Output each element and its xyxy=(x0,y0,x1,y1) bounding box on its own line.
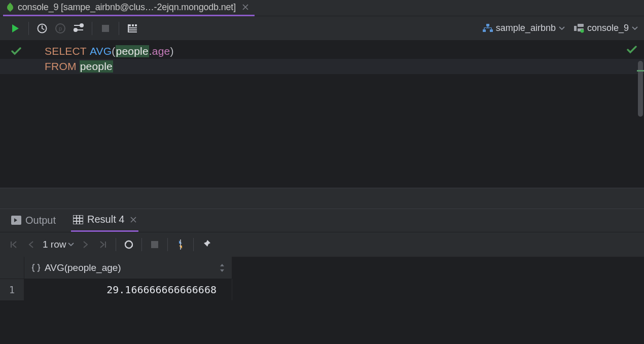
svg-rect-9 xyxy=(131,24,132,26)
separator xyxy=(116,238,116,251)
result-tab[interactable]: Result 4 xyxy=(71,209,138,232)
svg-rect-20 xyxy=(151,241,158,248)
keyword: FROM xyxy=(45,60,77,73)
panel-divider[interactable] xyxy=(0,188,644,209)
result-tab-label: Result 4 xyxy=(87,214,124,225)
console-context-label: console_9 xyxy=(587,23,629,33)
database-context-dropdown[interactable]: sample_airbnb xyxy=(483,23,565,33)
code-line: FROM people xyxy=(0,59,644,74)
separator xyxy=(119,22,119,35)
history-button[interactable] xyxy=(33,19,51,38)
result-grid: AVG(people_age) 1 29.166666666666668 xyxy=(0,257,644,344)
row-number: 1 xyxy=(0,279,24,300)
punct: ( xyxy=(112,45,115,57)
svg-rect-19 xyxy=(73,215,83,224)
separator xyxy=(141,238,142,251)
explain-plan-button[interactable] xyxy=(123,19,141,38)
inspections-ok-icon[interactable] xyxy=(627,46,637,54)
chevron-down-icon xyxy=(68,243,74,247)
svg-rect-11 xyxy=(486,24,489,26)
settings-button[interactable] xyxy=(69,19,88,38)
table-icon xyxy=(73,215,83,224)
svg-rect-3 xyxy=(102,25,109,32)
table-ref: people xyxy=(116,45,149,57)
chevron-down-icon xyxy=(632,26,638,30)
stop-button[interactable] xyxy=(96,19,115,38)
row-number-header[interactable] xyxy=(0,257,24,279)
table-row[interactable]: 1 29.166666666666668 xyxy=(0,279,644,300)
reload-button[interactable] xyxy=(120,236,137,253)
row-count-label: 1 row xyxy=(43,239,66,250)
svg-rect-8 xyxy=(128,24,129,32)
grid-header-row: AVG(people_age) xyxy=(0,257,644,279)
keyword: SELECT xyxy=(45,45,87,57)
editor-toolbar: p sample_airbnb xyxy=(0,16,644,41)
statement-marker-icon[interactable] xyxy=(11,47,21,55)
separator xyxy=(28,22,29,35)
separator xyxy=(193,238,194,251)
svg-rect-13 xyxy=(490,29,493,32)
code-line: SELECT AVG ( people . age ) xyxy=(0,44,644,59)
column-header[interactable]: AVG(people_age) xyxy=(24,257,232,279)
compare-button[interactable] xyxy=(172,236,189,253)
braces-icon xyxy=(31,264,41,272)
cell-value[interactable]: 29.166666666666668 xyxy=(24,279,232,300)
pin-button[interactable] xyxy=(198,236,215,253)
prev-page-button[interactable] xyxy=(22,236,40,253)
svg-rect-10 xyxy=(134,24,135,26)
playground-button[interactable]: p xyxy=(51,19,69,38)
cancel-query-button[interactable] xyxy=(146,236,163,253)
row-count-dropdown[interactable]: 1 row xyxy=(43,239,74,250)
first-page-button[interactable] xyxy=(5,236,22,253)
file-tab[interactable]: console_9 [sampe_airbnb@clus…-2ejqn.mong… xyxy=(3,0,255,16)
separator xyxy=(167,238,168,251)
close-result-tab-button[interactable] xyxy=(130,217,136,223)
column-header-label: AVG(people_age) xyxy=(45,262,121,273)
mongodb-leaf-icon xyxy=(6,3,14,11)
close-tab-button[interactable] xyxy=(242,4,248,10)
output-tab-label: Output xyxy=(25,215,56,226)
datasource-icon xyxy=(574,24,584,33)
next-page-button[interactable] xyxy=(77,236,94,253)
svg-rect-12 xyxy=(483,29,486,32)
last-page-button[interactable] xyxy=(94,236,112,253)
scrollbar-marker xyxy=(637,70,644,72)
svg-rect-6 xyxy=(128,29,137,30)
schema-icon xyxy=(483,24,493,33)
svg-rect-14 xyxy=(574,26,577,31)
svg-rect-4 xyxy=(128,24,137,26)
sort-icon[interactable] xyxy=(220,264,225,272)
function: AVG xyxy=(90,45,112,57)
sql-editor[interactable]: SELECT AVG ( people . age ) FROM people xyxy=(0,41,644,188)
svg-text:p: p xyxy=(59,25,62,31)
console-context-dropdown[interactable]: console_9 xyxy=(574,23,638,33)
svg-rect-5 xyxy=(128,27,137,28)
svg-rect-7 xyxy=(128,31,137,32)
output-tab[interactable]: Output xyxy=(9,209,58,232)
svg-point-17 xyxy=(580,29,584,32)
column-ref: age xyxy=(152,45,170,57)
database-context-label: sample_airbnb xyxy=(496,23,556,33)
file-tab-label: console_9 [sampe_airbnb@clus…-2ejqn.mong… xyxy=(18,2,236,13)
svg-rect-15 xyxy=(578,24,584,27)
file-tab-bar: console_9 [sampe_airbnb@clus…-2ejqn.mong… xyxy=(0,0,644,16)
separator xyxy=(92,22,92,35)
output-icon xyxy=(11,216,21,225)
chevron-down-icon xyxy=(559,26,565,30)
results-toolbar: 1 row xyxy=(0,232,644,257)
editor-scrollbar[interactable] xyxy=(638,61,643,117)
results-tab-bar: Output Result 4 xyxy=(0,209,644,232)
table-ref: people xyxy=(80,60,113,73)
run-button[interactable] xyxy=(6,19,24,38)
punct: ) xyxy=(170,45,174,57)
